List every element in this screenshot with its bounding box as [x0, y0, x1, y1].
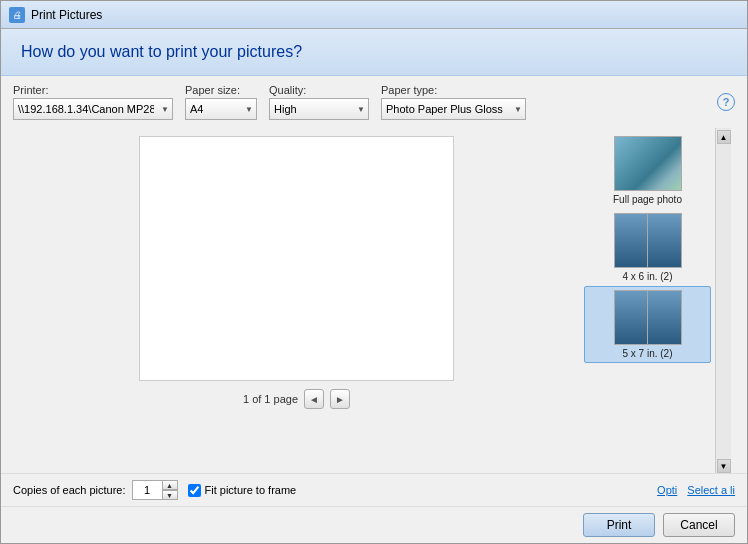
prev-page-button[interactable]: ◄: [304, 389, 324, 409]
layout-4x6-thumb: [614, 213, 682, 268]
preview-canvas: [139, 136, 454, 381]
spinner-buttons: ▲ ▼: [162, 480, 178, 500]
copies-input[interactable]: [132, 480, 162, 500]
paper-size-select[interactable]: A4A3Letter4x6 in5x7 in: [185, 98, 257, 120]
paper-type-label: Paper type:: [381, 84, 526, 96]
layout-full-page-thumb: [614, 136, 682, 191]
options-link[interactable]: Opti: [657, 484, 677, 496]
scroll-track: [717, 144, 731, 459]
dialog-content: How do you want to print your pictures? …: [1, 29, 747, 543]
layout-scrollbar[interactable]: ▲ ▼: [715, 128, 731, 473]
layout-5x7-thumb: [614, 290, 682, 345]
window-title: Print Pictures: [31, 8, 102, 22]
paper-size-group: Paper size: A4A3Letter4x6 in5x7 in: [185, 84, 257, 120]
layout-panel: Full page photo 4 x 6 in. (2): [580, 128, 735, 473]
scroll-down-button[interactable]: ▼: [717, 459, 731, 473]
preview-section: 1 of 1 page ◄ ►: [13, 128, 580, 473]
scroll-up-button[interactable]: ▲: [717, 130, 731, 144]
print-pictures-window: 🖨 Print Pictures How do you want to prin…: [0, 0, 748, 544]
copies-spinner[interactable]: ▲ ▼: [132, 480, 178, 500]
paper-size-label: Paper size:: [185, 84, 257, 96]
thumb-half-left-5x7: [615, 291, 649, 344]
thumb-half-left: [615, 214, 649, 267]
thumb-half-right: [648, 214, 681, 267]
thumb-half-right-5x7: [648, 291, 681, 344]
quality-select[interactable]: HighMediumLowDraft: [269, 98, 369, 120]
print-button[interactable]: Print: [583, 513, 655, 537]
layout-list: Full page photo 4 x 6 in. (2): [580, 128, 715, 473]
quality-label: Quality:: [269, 84, 369, 96]
layout-4x6-label: 4 x 6 in. (2): [622, 271, 672, 282]
header-question: How do you want to print your pictures?: [21, 43, 727, 61]
quality-group: Quality: HighMediumLowDraft: [269, 84, 369, 120]
fit-to-frame-checkbox[interactable]: [188, 484, 201, 497]
layout-full-page[interactable]: Full page photo: [584, 132, 711, 209]
paper-type-select-wrapper[interactable]: Photo Paper Plus GlossPlain PaperPhoto P…: [381, 98, 526, 120]
footer-bar: Copies of each picture: ▲ ▼ Fit picture …: [1, 473, 747, 506]
printer-label: Printer:: [13, 84, 173, 96]
printer-select[interactable]: \\192.168.1.34\Canon MP280 serie: [13, 98, 173, 120]
thumb-landscape-image: [615, 137, 681, 190]
copies-up-button[interactable]: ▲: [162, 480, 178, 490]
header-band: How do you want to print your pictures?: [1, 29, 747, 76]
copies-group: Copies of each picture: ▲ ▼: [13, 480, 178, 500]
cancel-button[interactable]: Cancel: [663, 513, 735, 537]
layout-full-page-label: Full page photo: [613, 194, 682, 205]
help-button[interactable]: ?: [717, 93, 735, 111]
layout-5x7-label: 5 x 7 in. (2): [622, 348, 672, 359]
printer-group: Printer: \\192.168.1.34\Canon MP280 seri…: [13, 84, 173, 120]
page-navigation: 1 of 1 page ◄ ►: [243, 389, 350, 409]
thumb-4x6-image: [615, 214, 681, 267]
window-icon: 🖨: [9, 7, 25, 23]
printer-select-wrapper[interactable]: \\192.168.1.34\Canon MP280 serie: [13, 98, 173, 120]
copies-label: Copies of each picture:: [13, 484, 126, 496]
main-area: 1 of 1 page ◄ ► Full page photo: [1, 128, 747, 473]
select-link[interactable]: Select a li: [687, 484, 735, 496]
quality-select-wrapper[interactable]: HighMediumLowDraft: [269, 98, 369, 120]
next-page-button[interactable]: ►: [330, 389, 350, 409]
action-bar: Print Cancel: [1, 506, 747, 543]
title-bar: 🖨 Print Pictures: [1, 1, 747, 29]
paper-type-group: Paper type: Photo Paper Plus GlossPlain …: [381, 84, 526, 120]
fit-to-frame-label[interactable]: Fit picture to frame: [205, 484, 297, 496]
fit-to-frame-group[interactable]: Fit picture to frame: [188, 484, 297, 497]
layout-4x6[interactable]: 4 x 6 in. (2): [584, 209, 711, 286]
copies-down-button[interactable]: ▼: [162, 490, 178, 500]
paper-size-select-wrapper[interactable]: A4A3Letter4x6 in5x7 in: [185, 98, 257, 120]
thumb-5x7-image: [615, 291, 681, 344]
page-info: 1 of 1 page: [243, 393, 298, 405]
toolbar: Printer: \\192.168.1.34\Canon MP280 seri…: [1, 76, 747, 128]
paper-type-select[interactable]: Photo Paper Plus GlossPlain PaperPhoto P…: [381, 98, 526, 120]
layout-5x7[interactable]: 5 x 7 in. (2): [584, 286, 711, 363]
